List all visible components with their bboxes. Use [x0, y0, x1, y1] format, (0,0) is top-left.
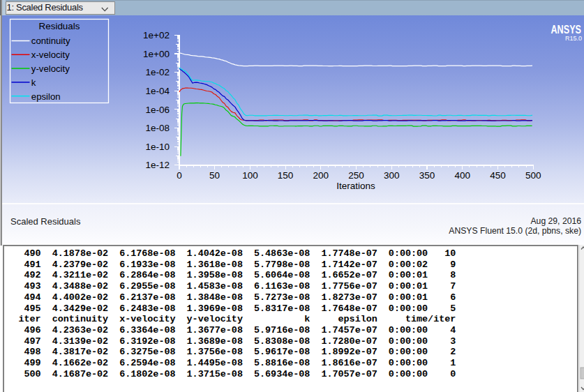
svg-text:400: 400 [454, 170, 470, 181]
svg-text:50: 50 [209, 170, 220, 181]
svg-text:0: 0 [177, 170, 182, 181]
svg-text:200: 200 [313, 170, 329, 181]
svg-text:1e-08: 1e-08 [145, 123, 170, 133]
svg-text:R15.0: R15.0 [565, 34, 582, 42]
svg-text:Residuals: Residuals [39, 21, 80, 31]
svg-text:1e+00: 1e+00 [143, 49, 170, 59]
svg-text:1e-10: 1e-10 [145, 142, 170, 152]
svg-text:y-velocity: y-velocity [31, 63, 70, 74]
svg-text:250: 250 [348, 170, 364, 181]
svg-text:500: 500 [525, 170, 541, 181]
svg-text:Iterations: Iterations [336, 181, 375, 191]
svg-text:450: 450 [490, 170, 506, 181]
svg-text:100: 100 [242, 170, 258, 181]
svg-text:300: 300 [384, 170, 400, 181]
svg-text:1e-02: 1e-02 [145, 67, 170, 77]
svg-text:x-velocity: x-velocity [31, 50, 70, 60]
svg-text:1e-04: 1e-04 [145, 86, 170, 96]
svg-text:150: 150 [278, 170, 294, 181]
svg-text:1e-12: 1e-12 [145, 160, 170, 170]
svg-text:epsilon: epsilon [31, 91, 61, 102]
svg-text:1e+02: 1e+02 [143, 30, 170, 40]
svg-text:350: 350 [419, 170, 435, 181]
svg-text:continuity: continuity [31, 36, 70, 46]
svg-text:1e-06: 1e-06 [145, 105, 170, 115]
svg-text:k: k [31, 77, 36, 88]
